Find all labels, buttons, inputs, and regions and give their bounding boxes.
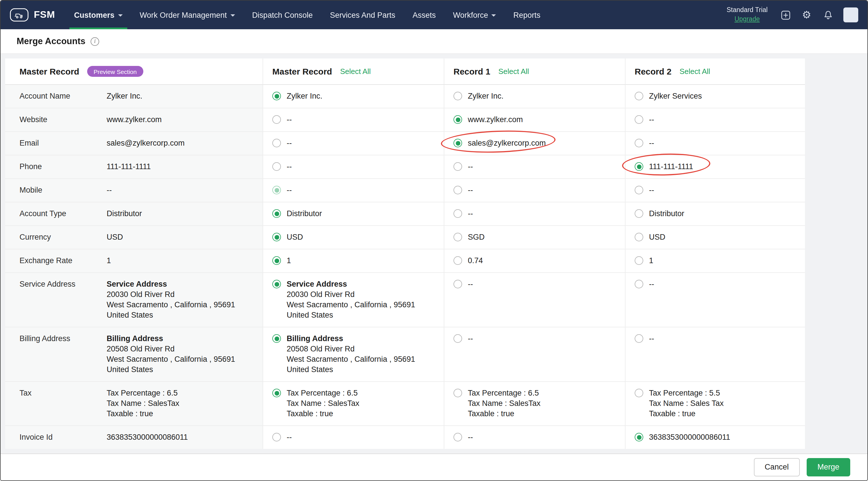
option-cell[interactable]: Distributor — [625, 202, 805, 225]
option-cell[interactable]: -- — [444, 273, 625, 327]
option-cell[interactable]: Zylker Services — [625, 85, 805, 108]
option-cell[interactable]: Billing Address20508 Old River RdWest Sa… — [263, 327, 444, 381]
option-cell[interactable]: -- — [625, 132, 805, 155]
merge-button[interactable]: Merge — [806, 458, 850, 476]
option-cell[interactable]: Service Address20030 Old River RdWest Sa… — [263, 273, 444, 327]
radio-button[interactable] — [454, 280, 462, 288]
radio-button[interactable] — [454, 186, 462, 194]
value-line: 111-111-1111 — [106, 162, 151, 172]
nav-item-assets[interactable]: Assets — [404, 1, 444, 29]
option-cell[interactable]: SGD — [444, 226, 625, 249]
option-cell[interactable]: 1 — [263, 249, 444, 272]
field-label: Service Address — [20, 279, 106, 320]
table-row: Websitewww.zylker.com--www.zylker.com-- — [5, 108, 805, 132]
select-all-link-record-1[interactable]: Select All — [498, 67, 529, 76]
value-line: Taxable : true — [287, 409, 360, 419]
option-cell[interactable]: 3638353000000086011 — [625, 426, 805, 449]
brand[interactable]: FSM — [7, 1, 65, 29]
option-cell[interactable]: 1 — [625, 249, 805, 272]
upgrade-link[interactable]: Upgrade — [727, 15, 768, 24]
option-cell[interactable]: -- — [444, 179, 625, 202]
radio-button[interactable] — [272, 389, 281, 397]
option-cell[interactable]: -- — [625, 327, 805, 381]
nav-item-customers[interactable]: Customers — [65, 1, 131, 29]
nav-item-services-and-parts[interactable]: Services And Parts — [321, 1, 404, 29]
radio-button[interactable] — [272, 433, 281, 442]
select-all-link-master[interactable]: Select All — [340, 67, 371, 76]
quick-add-icon[interactable] — [780, 9, 791, 21]
radio-button[interactable] — [635, 186, 643, 194]
nav-item-dispatch-console[interactable]: Dispatch Console — [243, 1, 321, 29]
option-cell[interactable]: Zylker Inc. — [444, 85, 625, 108]
radio-button[interactable] — [272, 92, 281, 100]
column-title: Record 1 — [454, 66, 490, 76]
option-cell[interactable]: Distributor — [263, 202, 444, 225]
option-cell[interactable]: -- — [444, 426, 625, 449]
option-cell[interactable]: -- — [263, 132, 444, 155]
radio-button[interactable] — [635, 256, 643, 265]
nav-item-workforce[interactable]: Workforce — [444, 1, 505, 29]
option-cell[interactable]: -- — [444, 155, 625, 178]
radio-button[interactable] — [635, 233, 643, 242]
radio-button[interactable] — [272, 209, 281, 218]
radio-button[interactable] — [454, 256, 462, 265]
option-cell[interactable]: Tax Percentage : 6.5Tax Name : SalesTaxT… — [444, 382, 625, 425]
option-cell[interactable]: USD — [625, 226, 805, 249]
option-cell[interactable]: 0.74 — [444, 249, 625, 272]
radio-button[interactable] — [454, 334, 462, 343]
select-all-link-record-2[interactable]: Select All — [679, 67, 710, 76]
option-cell[interactable]: -- — [263, 108, 444, 131]
radio-button[interactable] — [454, 233, 462, 242]
option-cell[interactable]: www.zylker.com — [444, 108, 625, 131]
option-cell[interactable]: 111-111-1111 — [625, 155, 805, 178]
option-value: sales@zylkercorp.com — [468, 138, 546, 149]
radio-button[interactable] — [272, 256, 281, 265]
option-cell[interactable]: -- — [625, 273, 805, 327]
radio-button[interactable] — [272, 162, 281, 171]
option-cell[interactable]: Tax Percentage : 5.5Tax Name : Sales Tax… — [625, 382, 805, 425]
option-cell[interactable]: -- — [625, 179, 805, 202]
option-cell[interactable]: -- — [625, 108, 805, 131]
option-cell[interactable]: -- — [444, 202, 625, 225]
bell-icon[interactable] — [822, 9, 834, 21]
nav-item-label: Assets — [412, 10, 436, 19]
option-cell[interactable]: Zylker Inc. — [263, 85, 444, 108]
option-cell[interactable]: -- — [263, 155, 444, 178]
nav-item-work-order-management[interactable]: Work Order Management — [131, 1, 243, 29]
radio-button[interactable] — [272, 139, 281, 147]
radio-button[interactable] — [272, 186, 281, 194]
option-value: USD — [287, 232, 303, 243]
cancel-button[interactable]: Cancel — [754, 458, 800, 476]
radio-button[interactable] — [454, 139, 462, 147]
option-cell[interactable]: sales@zylkercorp.com — [444, 132, 625, 155]
table-row: Account TypeDistributorDistributor--Dist… — [5, 202, 805, 226]
option-cell[interactable]: -- — [263, 426, 444, 449]
gear-icon[interactable]: ⚙ — [801, 9, 812, 21]
radio-button[interactable] — [454, 162, 462, 171]
radio-button[interactable] — [635, 162, 643, 171]
radio-button[interactable] — [272, 115, 281, 124]
radio-button[interactable] — [635, 334, 643, 343]
radio-button[interactable] — [272, 334, 281, 343]
radio-button[interactable] — [635, 115, 643, 124]
radio-button[interactable] — [454, 92, 462, 100]
radio-button[interactable] — [635, 92, 643, 100]
option-cell[interactable]: -- — [263, 179, 444, 202]
radio-button[interactable] — [454, 433, 462, 442]
user-avatar[interactable] — [843, 7, 858, 22]
radio-button[interactable] — [635, 280, 643, 288]
nav-item-reports[interactable]: Reports — [505, 1, 549, 29]
option-cell[interactable]: Tax Percentage : 6.5Tax Name : SalesTaxT… — [263, 382, 444, 425]
radio-button[interactable] — [635, 139, 643, 147]
option-cell[interactable]: USD — [263, 226, 444, 249]
radio-button[interactable] — [635, 209, 643, 218]
radio-button[interactable] — [635, 433, 643, 442]
radio-button[interactable] — [454, 389, 462, 397]
radio-button[interactable] — [454, 115, 462, 124]
radio-button[interactable] — [272, 280, 281, 288]
radio-button[interactable] — [635, 389, 643, 397]
radio-button[interactable] — [272, 233, 281, 242]
option-cell[interactable]: -- — [444, 327, 625, 381]
info-icon[interactable]: i — [91, 37, 99, 45]
radio-button[interactable] — [454, 209, 462, 218]
